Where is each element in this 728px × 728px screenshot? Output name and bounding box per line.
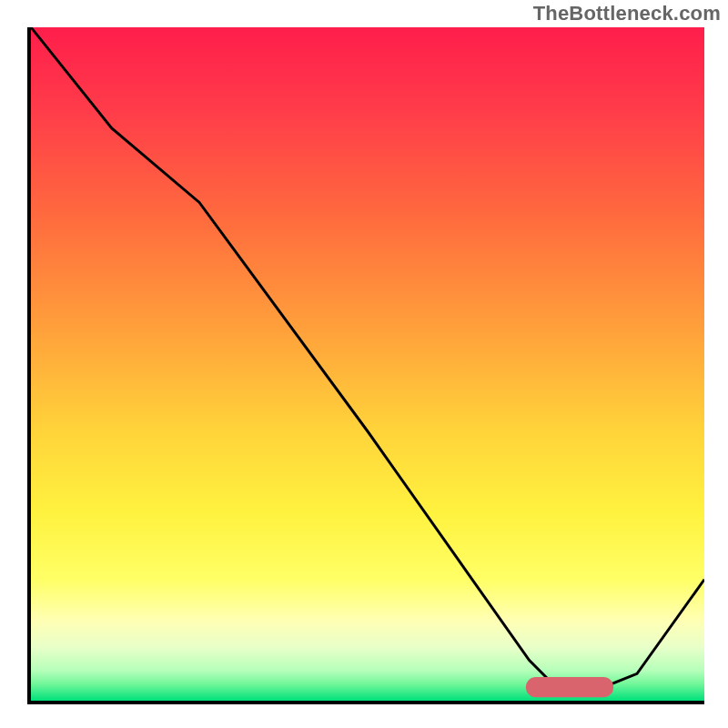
watermark-text: TheBottleneck.com bbox=[533, 2, 721, 25]
plot-area bbox=[27, 27, 704, 704]
marker-layer bbox=[31, 27, 704, 701]
chart-container: TheBottleneck.com bbox=[0, 0, 728, 728]
